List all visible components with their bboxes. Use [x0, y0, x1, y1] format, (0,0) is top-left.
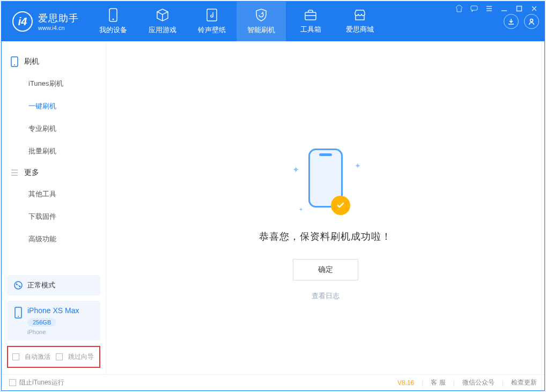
- mode-icon: [13, 280, 23, 290]
- svg-point-8: [14, 64, 15, 65]
- store-icon: [353, 9, 367, 21]
- device-card[interactable]: iPhone XS Max 256GB iPhone: [7, 301, 100, 341]
- sidebar-item-pro-flash[interactable]: 专业刷机: [2, 117, 106, 140]
- nav-tab-smart-flash[interactable]: 智能刷机: [237, 2, 286, 41]
- ok-button[interactable]: 确定: [293, 259, 358, 280]
- device-phone-icon: [13, 306, 23, 319]
- nav-label: 智能刷机: [247, 25, 275, 35]
- block-itunes-checkbox[interactable]: [9, 379, 16, 386]
- svg-rect-6: [517, 6, 522, 11]
- list-icon: [10, 168, 19, 177]
- nav-tab-ring-wallpaper[interactable]: 铃声壁纸: [187, 2, 237, 41]
- sparkle-icon: ✦: [355, 161, 359, 166]
- maximize-icon: [516, 5, 522, 12]
- tshirt-icon: [455, 5, 463, 12]
- shield-refresh-icon: [254, 8, 268, 22]
- app-window: i4 爱思助手 www.i4.cn 我的设备 应用游戏 铃声壁纸 智能刷机: [1, 1, 545, 391]
- checkbox-row: 自动激活 跳过向导: [7, 346, 100, 368]
- nav-tab-toolbox[interactable]: 工具箱: [286, 2, 335, 41]
- logo-text: 爱思助手 www.i4.cn: [38, 12, 79, 31]
- nav-label: 铃声壁纸: [198, 25, 226, 35]
- check-badge-icon: [331, 196, 350, 215]
- logo-icon: i4: [12, 11, 33, 32]
- success-illustration: ✦ ✦ ✦: [283, 149, 368, 218]
- sidebar: 刷机 iTunes刷机 一键刷机 专业刷机 批量刷机 更多 其他工具 下载固件 …: [2, 41, 106, 374]
- nav-tab-my-device[interactable]: 我的设备: [88, 2, 138, 41]
- customer-service-link[interactable]: 客 服: [431, 378, 445, 387]
- close-button[interactable]: [529, 4, 539, 13]
- device-capacity: 256GB: [27, 318, 56, 327]
- sidebar-item-itunes-flash[interactable]: iTunes刷机: [2, 72, 106, 95]
- version-label: V8.16: [397, 379, 414, 387]
- window-controls: [454, 4, 539, 13]
- logo-area: i4 爱思助手 www.i4.cn: [2, 2, 88, 41]
- tshirt-button[interactable]: [454, 4, 464, 13]
- auto-activate-checkbox[interactable]: [12, 353, 19, 360]
- sidebar-bottom: 正常模式 iPhone XS Max 256GB iPhone 自动激活 跳过向…: [2, 275, 106, 374]
- sidebar-item-download-firmware[interactable]: 下载固件: [2, 205, 106, 228]
- nav-label: 爱思商城: [346, 25, 374, 34]
- sidebar-group-flash: 刷机: [2, 51, 106, 72]
- toolbox-icon: [304, 9, 318, 21]
- maximize-button[interactable]: [514, 4, 524, 13]
- minimize-icon: [501, 5, 507, 12]
- device-type: iPhone: [27, 329, 79, 335]
- cube-icon: [156, 8, 169, 22]
- mode-card[interactable]: 正常模式: [7, 275, 100, 295]
- nav-tab-store[interactable]: 爱思商城: [335, 2, 385, 41]
- sidebar-item-batch-flash[interactable]: 批量刷机: [2, 140, 106, 162]
- user-button[interactable]: [524, 14, 539, 29]
- feedback-button[interactable]: [469, 4, 479, 13]
- sparkle-icon: ✦: [299, 206, 303, 211]
- sidebar-item-advanced[interactable]: 高级功能: [2, 228, 106, 250]
- block-itunes-label: 阻止iTunes运行: [19, 378, 64, 387]
- svg-rect-3: [305, 12, 316, 20]
- device-icon: [107, 8, 119, 22]
- user-icon: [528, 18, 535, 25]
- sparkle-icon: ✦: [292, 165, 297, 169]
- wechat-link[interactable]: 微信公众号: [462, 378, 495, 387]
- app-body: 刷机 iTunes刷机 一键刷机 专业刷机 批量刷机 更多 其他工具 下载固件 …: [2, 41, 544, 374]
- view-log-link[interactable]: 查看日志: [312, 291, 340, 301]
- nav-tabs: 我的设备 应用游戏 铃声壁纸 智能刷机 工具箱 爱思商城: [88, 2, 385, 41]
- success-message: 恭喜您，保资料刷机成功啦！: [259, 230, 392, 243]
- skip-guide-label: 跳过向导: [68, 352, 94, 361]
- app-name: 爱思助手: [38, 12, 79, 25]
- nav-label: 我的设备: [99, 25, 127, 35]
- nav-label: 应用游戏: [149, 25, 176, 35]
- auto-activate-label: 自动激活: [25, 352, 50, 361]
- svg-rect-5: [471, 6, 477, 10]
- sidebar-scroll: 刷机 iTunes刷机 一键刷机 专业刷机 批量刷机 更多 其他工具 下载固件 …: [2, 41, 106, 275]
- chat-icon: [470, 5, 478, 12]
- mode-label: 正常模式: [27, 280, 55, 290]
- close-icon: [531, 5, 537, 12]
- main-content: ✦ ✦ ✦ 恭喜您，保资料刷机成功啦！ 确定 查看日志: [106, 41, 544, 374]
- svg-point-4: [530, 19, 533, 22]
- check-icon: [336, 201, 345, 210]
- svg-point-13: [18, 316, 19, 317]
- nav-tab-apps-games[interactable]: 应用游戏: [138, 2, 187, 41]
- group-label: 更多: [24, 168, 39, 177]
- download-button[interactable]: [504, 14, 519, 29]
- sidebar-item-oneclick-flash[interactable]: 一键刷机: [2, 95, 106, 117]
- download-icon: [507, 18, 515, 25]
- svg-point-1: [113, 19, 114, 20]
- device-name: iPhone XS Max: [27, 306, 79, 315]
- status-bar: 阻止iTunes运行 V8.16 | 客 服 | 微信公众号 | 检查更新: [2, 374, 544, 390]
- group-label: 刷机: [24, 57, 39, 66]
- music-file-icon: [205, 8, 218, 22]
- menu-button[interactable]: [484, 4, 494, 13]
- title-bar: i4 爱思助手 www.i4.cn 我的设备 应用游戏 铃声壁纸 智能刷机: [2, 2, 544, 41]
- check-update-link[interactable]: 检查更新: [511, 378, 537, 387]
- nav-label: 工具箱: [300, 25, 321, 34]
- sidebar-item-other-tools[interactable]: 其他工具: [2, 183, 106, 205]
- sidebar-group-more: 更多: [2, 162, 106, 183]
- menu-icon: [485, 5, 493, 12]
- minimize-button[interactable]: [499, 4, 509, 13]
- phone-icon: [10, 56, 19, 67]
- skip-guide-checkbox[interactable]: [56, 353, 63, 360]
- app-url: www.i4.cn: [38, 25, 79, 31]
